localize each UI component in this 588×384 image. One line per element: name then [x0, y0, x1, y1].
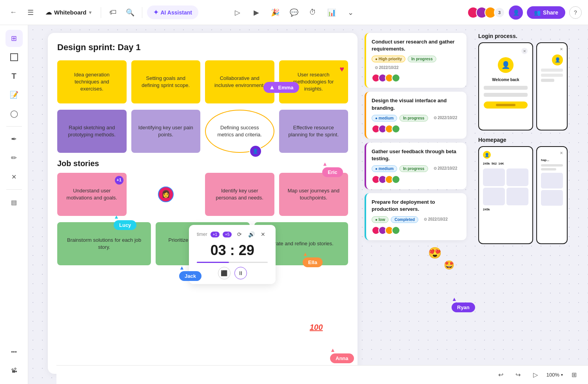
homepage-wireframe-section: Homepage 👤 245k 562 14K — [478, 137, 584, 244]
help-button[interactable]: ? — [569, 6, 582, 19]
login-btn-bar — [496, 104, 515, 106]
sidebar-tool-marker[interactable]: ✏ — [5, 149, 23, 167]
current-user-avatar[interactable]: 👤 — [509, 5, 523, 20]
task-1-priority: ● High priority — [372, 56, 405, 62]
login-input-1 — [484, 86, 528, 90]
sidebar-tool-card[interactable]: ▤ — [5, 194, 23, 211]
zoom-control[interactable]: 100% ▾ — [546, 372, 563, 378]
task-2-avatars — [372, 125, 461, 133]
cursor-arrow-jack: ▲ — [179, 264, 185, 271]
login-x-icon: ✕ — [521, 48, 528, 54]
timer-close-button[interactable]: ✕ — [258, 230, 268, 239]
job-sticky-4[interactable]: Map user journeys and touchpoints. — [279, 173, 348, 216]
sticky-7[interactable]: Defining success metrics and criteria. 👤 — [205, 110, 274, 153]
sidebar-tool-more[interactable]: ••• — [5, 343, 23, 360]
share-button[interactable]: 👥 Share — [527, 6, 565, 19]
score-value: 100 — [310, 323, 323, 331]
task-card-4[interactable]: Prepare for deployment to production ser… — [365, 193, 466, 240]
task-3-date: ⊙ 2022/10/22 — [430, 165, 461, 172]
task-3-avatars — [372, 175, 461, 184]
present-button[interactable]: ▷ — [529, 369, 542, 381]
play-button[interactable]: ▶ — [249, 5, 263, 20]
pen-icon: ✒ — [11, 135, 17, 143]
task-card-2[interactable]: Design the visual interface and branding… — [365, 92, 466, 138]
task-card-1[interactable]: Conduct user research and gather require… — [365, 33, 466, 88]
sticky-6-text: Identifying key user pain points. — [138, 124, 194, 138]
sidebar-tool-connector[interactable]: ✕ — [5, 168, 23, 185]
layout-button[interactable]: ⊞ — [568, 369, 580, 381]
login-submit-btn[interactable] — [484, 101, 528, 109]
confetti-icon: 🎉 — [271, 8, 279, 17]
hp2-bar2 — [541, 168, 556, 170]
chat-button[interactable]: 💬 — [287, 5, 301, 20]
toolbar-right: 3 👤 👥 Share ? — [470, 5, 582, 20]
redo-button[interactable]: ↪ — [512, 369, 524, 381]
hp2-label: hap... — [541, 158, 563, 162]
timer-stop-button[interactable]: ⬛ — [218, 267, 230, 279]
sticky-3-text: Collaborative and inclusive environment. — [211, 75, 268, 89]
forward-button[interactable]: ▷ — [230, 5, 245, 20]
task-4-avatar-4 — [392, 226, 400, 235]
task-3-status: In progress — [399, 165, 428, 172]
sticky-5-text: Rapid sketching and prototyping methods. — [64, 124, 120, 138]
job-sticky-3[interactable]: Identify key user personas and needs. — [205, 173, 274, 216]
back-button[interactable]: ← — [6, 5, 20, 20]
sticky-7-text: Defining success metrics and criteria. — [212, 124, 267, 138]
timer-volume-button[interactable]: 🔊 — [247, 230, 256, 239]
ai-assistant-button[interactable]: ✦ AI Assistant — [147, 5, 198, 19]
sticky-4[interactable]: User research methodologies for insights… — [279, 60, 348, 103]
sticky-2[interactable]: Setting goals and defining sprint scope. — [131, 60, 201, 103]
sticky-1[interactable]: Idea generation techniques and exercises… — [57, 60, 127, 103]
sticky-5[interactable]: Rapid sketching and prototyping methods. — [57, 110, 127, 153]
hp-grid — [483, 168, 528, 205]
emoji-star-eyes: 😍 — [428, 246, 442, 259]
undo-button[interactable]: ↩ — [495, 369, 507, 381]
login-wireframe-main[interactable]: ✕ 👤 Welcome back — [478, 42, 533, 130]
sidebar-tool-text[interactable]: T — [5, 67, 23, 85]
job-sticky-5[interactable]: Brainstorm solutions for each job story. — [57, 222, 151, 265]
hp-grid-2 — [506, 168, 528, 186]
task-2-badges: ● medium In progress ⊙ 2022/10/22 — [372, 115, 461, 121]
whiteboard-title-button[interactable]: ☁ Whiteboard ▾ — [41, 6, 96, 18]
timer-widget: timer +1 +5 ⟳ 🔊 ✕ 03 : 29 ⬛ ⏸ — [189, 225, 276, 284]
timer-refresh-button[interactable]: ⟳ — [235, 230, 244, 239]
sidebar-tool-shape[interactable]: ◯ — [5, 105, 23, 122]
sticky-6[interactable]: Identifying key user pain points. — [131, 110, 201, 153]
cursor-ella: Ella — [303, 257, 323, 267]
timer-progress-fill — [197, 262, 229, 263]
menu-button[interactable]: ☰ — [24, 5, 38, 20]
sidebar-tool-template[interactable]: ⊞ — [5, 30, 23, 47]
cursor-ryan-area: ▲ Ryan — [452, 295, 475, 312]
hp-grid-1 — [483, 168, 505, 186]
job-sticky-1[interactable]: Understand user motivations and goals. +… — [57, 173, 127, 216]
sidebar-tool-sticky[interactable]: 📝 — [5, 86, 23, 103]
canvas[interactable]: Design sprint: Day 1 Idea generation tec… — [28, 25, 588, 384]
cursor-name-anna: Anna — [336, 355, 348, 361]
tag-button[interactable]: 🏷 — [106, 5, 120, 20]
sticky-8[interactable]: Effective resource planning for the spri… — [279, 110, 348, 153]
search-button[interactable]: 🔍 — [123, 5, 137, 20]
task-2-avatar-4 — [392, 125, 400, 133]
timer-button[interactable]: ⏱ — [306, 5, 320, 20]
hp-grid-3 — [483, 188, 505, 205]
login-close-area: ✕ — [484, 48, 528, 54]
login-welcome-text: Welcome back — [484, 78, 528, 82]
timer-display: 03 : 29 — [197, 242, 268, 259]
more-icon: ••• — [11, 349, 17, 355]
timer-pause-button[interactable]: ⏸ — [234, 267, 247, 279]
sidebar-tool-present[interactable]: 📽 — [5, 362, 23, 379]
confetti-button[interactable]: 🎉 — [268, 5, 282, 20]
sidebar-tool-pen[interactable]: ✒ — [5, 130, 23, 148]
sticky-3[interactable]: Collaborative and inclusive environment. — [205, 60, 274, 103]
homepage-wireframe-main[interactable]: 👤 245k 562 14K — [478, 146, 533, 244]
chart-button[interactable]: 📊 — [325, 5, 339, 20]
login-input-2 — [484, 93, 528, 97]
task-1-badges: ● High priority In progress ⊙ 2022/10/22 — [372, 56, 461, 71]
timer-icon: ⏱ — [309, 8, 316, 16]
hp2-img — [541, 173, 563, 188]
task-3-badges: ● medium In progress ⊙ 2022/10/22 — [372, 165, 461, 172]
more-center-button[interactable]: ⌄ — [343, 5, 358, 20]
task-card-3[interactable]: Gather user feedback through beta testin… — [365, 143, 466, 189]
zoom-chevron: ▾ — [561, 373, 563, 377]
sidebar-tool-frame[interactable] — [5, 49, 23, 66]
